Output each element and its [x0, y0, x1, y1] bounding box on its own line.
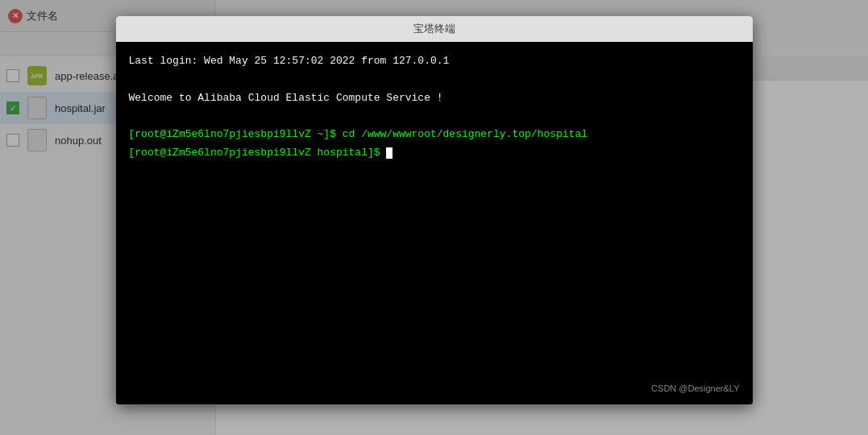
- terminal-line-5: [root@iZm5e6lno7pjiesbpi9llvZ ~]$ cd /ww…: [129, 126, 740, 143]
- terminal-body[interactable]: Last login: Wed May 25 12:57:02 2022 fro…: [116, 42, 753, 404]
- terminal-window[interactable]: 宝塔终端 Last login: Wed May 25 12:57:02 202…: [116, 16, 753, 404]
- terminal-line-1: Last login: Wed May 25 12:57:02 2022 fro…: [129, 53, 740, 70]
- terminal-footer: CSDN @Designer&LY: [651, 382, 739, 396]
- terminal-line-4: [129, 108, 740, 125]
- terminal-title: 宝塔终端: [126, 22, 743, 36]
- terminal-line-2: [129, 72, 740, 89]
- terminal-titlebar: 宝塔终端: [116, 16, 753, 42]
- footer-text: CSDN @Designer&LY: [651, 383, 739, 393]
- terminal-prompt: [root@iZm5e6lno7pjiesbpi9llvZ hospital]$: [129, 147, 387, 159]
- terminal-line-6: [root@iZm5e6lno7pjiesbpi9llvZ hospital]$: [129, 145, 740, 162]
- terminal-line-3: Welcome to Alibaba Cloud Elastic Compute…: [129, 90, 740, 107]
- terminal-overlay: 宝塔终端 Last login: Wed May 25 12:57:02 202…: [0, 0, 868, 435]
- terminal-cursor: [386, 147, 392, 159]
